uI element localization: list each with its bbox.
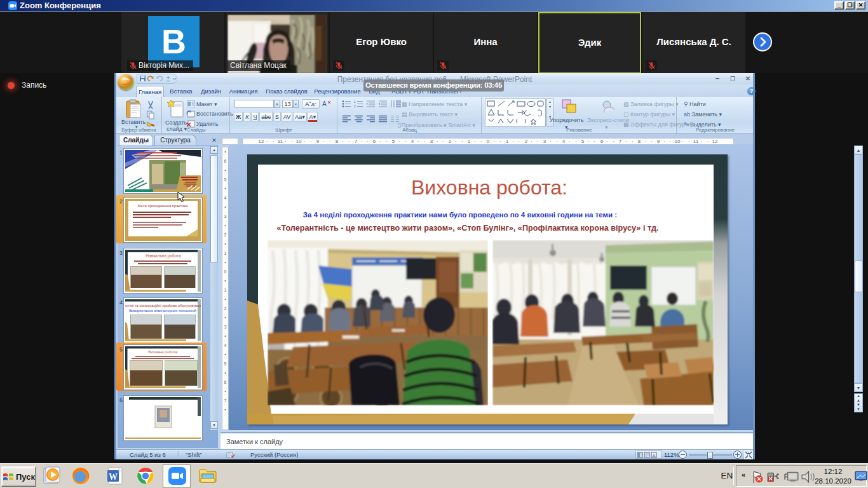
svg-text:Виховна робота:: Виховна робота: (411, 176, 567, 199)
svg-text:За 4 неділі проходження практи: За 4 неділі проходження практики нами бу… (303, 211, 617, 219)
svg-text:Виховна робота:: Виховна робота: (148, 349, 179, 354)
svg-text:A: A (322, 100, 327, 107)
svg-text:Мета проходження практики: Мета проходження практики (138, 204, 188, 208)
svg-text:2: 2 (354, 104, 356, 108)
svg-text:Навчальна робота: Навчальна робота (146, 254, 181, 259)
svg-text:1: 1 (354, 100, 356, 104)
svg-text:Використання комп'ютерних техн: Використання комп'ютерних технологій (129, 309, 196, 313)
svg-text:Технічні та організаційні прий: Технічні та організаційні прийоми обслуг… (125, 304, 201, 308)
svg-text:W: W (109, 472, 118, 482)
svg-text:«Толерантність - це мистецтво: «Толерантність - це мистецтво жити разом… (276, 224, 658, 233)
